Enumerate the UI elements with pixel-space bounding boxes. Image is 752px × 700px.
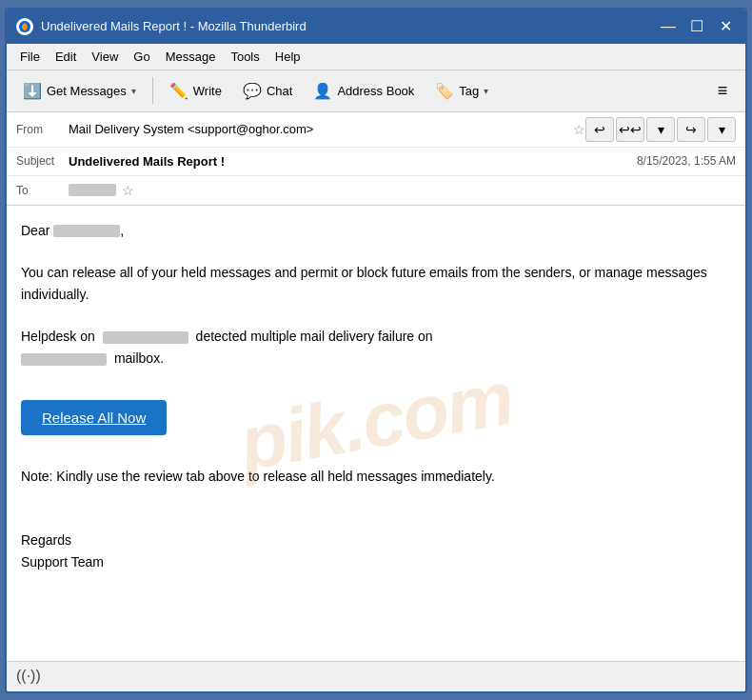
chat-icon: 💬 [243,82,262,100]
tag-icon: 🏷️ [435,82,454,100]
chat-label: Chat [267,84,292,98]
close-button[interactable]: ✕ [715,16,736,37]
get-messages-icon: ⬇️ [23,82,42,100]
body-paragraph-2: Helpdesk on detected multiple mail deliv… [21,326,731,369]
forward-button[interactable]: ↪ [677,117,705,142]
regards-text: Regards [21,530,731,550]
write-button[interactable]: ✏️ Write [161,74,230,107]
tag-dropdown-icon: ▾ [484,86,488,96]
from-row: From Mail Delivery System <support@oghor… [7,112,745,148]
email-date: 8/15/2023, 1:55 AM [637,154,736,168]
email-body: pik.com Dear , You can release all of yo… [7,206,745,661]
body-paragraph-1: You can release all of your held message… [21,262,731,305]
tag-button[interactable]: 🏷️ Tag ▾ [426,74,497,107]
toolbar-right: ≡ [707,75,738,106]
to-row: To ☆ [7,176,745,205]
subject-value: Undelivered Mails Report ! [69,154,637,169]
domain-blurred-1 [103,331,188,344]
email-header: From Mail Delivery System <support@oghor… [7,112,745,206]
subject-row: Subject Undelivered Mails Report ! 8/15/… [7,148,745,176]
menu-view[interactable]: View [84,47,126,67]
minimize-button[interactable]: — [658,16,679,37]
paragraph2-prefix: Helpdesk on [21,329,95,344]
forward-dropdown-button[interactable]: ▾ [707,117,736,142]
reply-dropdown-button[interactable]: ▾ [646,117,675,142]
maximize-button[interactable]: ☐ [686,16,707,37]
title-bar: Undelivered Mails Report ! - Mozilla Thu… [7,10,745,44]
from-value: Mail Delivery System <support@oghor.com> [69,122,567,136]
to-label: To [16,184,69,197]
reply-button[interactable]: ↩ [585,117,614,142]
menu-bar: File Edit View Go Message Tools Help [7,44,745,70]
write-label: Write [193,84,222,98]
window-controls: — ☐ ✕ [658,16,736,37]
thunderbird-icon [16,18,33,35]
toolbar: ⬇️ Get Messages ▾ ✏️ Write 💬 Chat 👤 Addr… [7,70,745,112]
note-text: Note: Kindly use the review tab above to… [21,466,731,487]
menu-edit[interactable]: Edit [48,47,84,67]
to-value-blurred [69,184,116,196]
greeting-text: Dear [21,223,49,238]
tag-label: Tag [459,84,479,98]
paragraph2-suffix: detected multiple mail delivery failure … [196,329,433,344]
release-all-now-button[interactable]: Release All Now [21,400,167,435]
menu-file[interactable]: File [12,47,48,67]
main-window: Undelivered Mails Report ! - Mozilla Thu… [5,8,747,693]
get-messages-button[interactable]: ⬇️ Get Messages ▾ [14,74,145,107]
wifi-icon: ((·)) [16,668,41,685]
to-star-icon[interactable]: ☆ [122,183,134,198]
menu-message[interactable]: Message [158,47,224,67]
footer-bar: ((·)) [7,661,745,691]
get-messages-dropdown-icon: ▾ [131,86,136,96]
menu-tools[interactable]: Tools [223,47,267,67]
address-book-label: Address Book [337,84,414,98]
chat-button[interactable]: 💬 Chat [234,74,301,107]
reply-all-button[interactable]: ↩↩ [616,117,644,142]
recipient-blurred [53,225,120,237]
toolbar-separator-1 [152,77,153,104]
address-book-button[interactable]: 👤 Address Book [305,74,423,107]
address-book-icon: 👤 [313,82,332,100]
hamburger-button[interactable]: ≡ [707,75,738,106]
domain-blurred-2 [21,353,107,366]
reply-controls: ↩ ↩↩ ▾ ↪ ▾ [585,117,736,142]
from-star-icon[interactable]: ☆ [573,122,585,137]
menu-go[interactable]: Go [126,47,157,67]
get-messages-label: Get Messages [47,84,127,98]
window-title: Undelivered Mails Report ! - Mozilla Thu… [41,19,658,33]
support-team-text: Support Team [21,551,731,572]
paragraph2-end: mailbox. [114,350,164,366]
subject-label: Subject [16,154,69,168]
menu-help[interactable]: Help [267,47,308,67]
from-label: From [16,123,69,136]
greeting-line: Dear , [21,220,731,241]
write-icon: ✏️ [169,82,188,100]
